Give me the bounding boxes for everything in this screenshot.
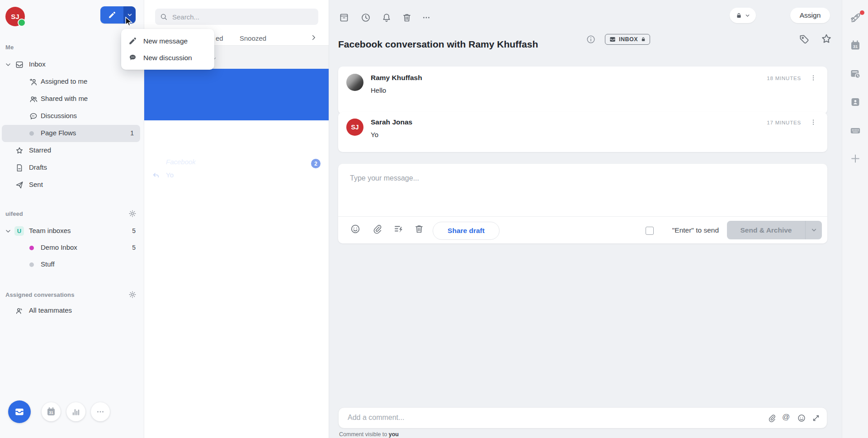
- discussion-bubble-icon: [29, 112, 38, 121]
- tab-snoozed[interactable]: Snoozed: [240, 34, 266, 42]
- sidebar-item-shared-with-me[interactable]: Shared with me: [0, 90, 144, 108]
- attachment-icon[interactable]: [767, 414, 776, 423]
- emoji-icon[interactable]: [797, 414, 806, 423]
- gear-icon[interactable]: [128, 209, 137, 218]
- tag-icon[interactable]: [798, 33, 810, 45]
- notification-dot: [860, 10, 864, 15]
- keyboard-icon[interactable]: [849, 124, 861, 137]
- sidebar-item-label: Inbox: [29, 60, 46, 68]
- comment-bar[interactable]: @: [338, 407, 827, 428]
- menu-item-new-message[interactable]: New message: [121, 33, 214, 49]
- more-options-icon[interactable]: [421, 14, 432, 25]
- sidebar-item-page-flows[interactable]: Page Flows 1: [2, 125, 140, 142]
- inbox-tray-icon: [14, 406, 25, 418]
- send-archive-button[interactable]: Send & Archive: [727, 221, 822, 239]
- trash-icon[interactable]: [401, 12, 412, 23]
- assign-button-label: Assign: [800, 11, 821, 19]
- contacts-icon[interactable]: [849, 96, 861, 108]
- sidebar-section-me: Me: [5, 44, 14, 51]
- dock-calendar-button[interactable]: 31: [42, 402, 61, 421]
- canned-response-icon[interactable]: [393, 224, 404, 234]
- sidebar-item-sent[interactable]: Sent: [0, 176, 144, 194]
- conversation-title: Facebook conversation with Ramy Khuffash: [338, 39, 538, 50]
- sidebar-item-starred[interactable]: Starred: [0, 142, 144, 159]
- compose-dropdown-button[interactable]: [123, 6, 136, 24]
- enter-to-send-label: "Enter" to send: [672, 226, 719, 234]
- plus-icon[interactable]: [849, 152, 861, 165]
- comment-input[interactable]: [347, 413, 620, 422]
- inbox-color-dot: [29, 246, 34, 250]
- assign-button[interactable]: Assign: [790, 8, 830, 23]
- message-card: SJ Sarah Jonas Yo 17 MINUTES: [338, 112, 827, 152]
- menu-item-label: New discussion: [143, 54, 192, 62]
- chevron-right-icon[interactable]: [310, 33, 318, 42]
- bell-icon[interactable]: [381, 12, 392, 23]
- message-menu-icon[interactable]: [809, 118, 817, 126]
- sidebar-item-label: Stuff: [41, 260, 55, 268]
- presence-dot: [18, 19, 26, 27]
- message-time: 17 MINUTES: [767, 120, 801, 125]
- unread-count: 1: [130, 129, 134, 137]
- snooze-clock-icon[interactable]: [360, 12, 371, 23]
- inbox-color-dot: [29, 131, 34, 136]
- tab-archived-partial[interactable]: ed: [216, 34, 223, 42]
- inbox-icon: [15, 60, 24, 69]
- info-icon[interactable]: [586, 34, 596, 44]
- archive-icon[interactable]: [339, 12, 349, 23]
- sidebar-item-assigned-to-me[interactable]: Assigned to me: [0, 73, 144, 90]
- compose-button[interactable]: [100, 6, 123, 24]
- sidebar-item-demo-inbox[interactable]: Demo Inbox 5: [0, 239, 144, 257]
- search-bar[interactable]: [155, 9, 318, 25]
- attachment-icon[interactable]: [372, 224, 382, 234]
- search-input[interactable]: [171, 13, 314, 21]
- inbox-tag-badge[interactable]: INBOX: [605, 34, 650, 45]
- star-icon[interactable]: [820, 33, 833, 45]
- document-icon: [15, 163, 24, 172]
- inbox-tray-icon: [609, 36, 616, 43]
- avatar-initials: SJ: [11, 13, 19, 20]
- right-app-rail: 31: [842, 0, 868, 438]
- chat-bubble-icon: [128, 53, 137, 62]
- message-time: 18 MINUTES: [767, 76, 801, 81]
- chevron-down-icon[interactable]: [5, 61, 12, 68]
- rocket-icon[interactable]: [849, 11, 861, 24]
- sidebar-item-drafts[interactable]: Drafts: [0, 159, 144, 176]
- conversation-privacy-button[interactable]: [730, 8, 756, 23]
- message-menu-icon[interactable]: [809, 74, 817, 82]
- sidebar-item-label: All teammates: [29, 306, 72, 314]
- emoji-icon[interactable]: [350, 224, 361, 234]
- sidebar-item-label: Drafts: [29, 163, 47, 171]
- chevron-down-icon[interactable]: [805, 221, 822, 239]
- snoozed-box-icon[interactable]: [849, 68, 861, 80]
- gear-icon[interactable]: [128, 290, 137, 299]
- sidebar-item-team-inboxes[interactable]: U Team inboxes 5: [0, 223, 144, 240]
- calendar-icon[interactable]: 31: [849, 39, 861, 52]
- sidebar-item-label: Assigned to me: [41, 77, 87, 85]
- conversation-list-item[interactable]: Ramy Khuffash 18M Facebook 2 Yo: [144, 69, 329, 120]
- comment-visibility-target: you: [389, 431, 399, 438]
- avatar[interactable]: SJ: [5, 7, 25, 26]
- share-draft-button[interactable]: Share draft: [433, 222, 500, 240]
- dock-inbox-button[interactable]: [8, 400, 31, 423]
- dock-more-button[interactable]: [91, 402, 110, 421]
- compose-dropdown-menu: New message New discussion: [121, 29, 214, 70]
- menu-item-new-discussion[interactable]: New discussion: [121, 49, 214, 66]
- paper-plane-icon: [15, 181, 24, 190]
- sidebar-item-discussions[interactable]: Discussions: [0, 108, 144, 125]
- expand-icon[interactable]: [811, 414, 821, 423]
- svg-text:31: 31: [853, 44, 858, 49]
- compose-button-group: [100, 6, 136, 24]
- sidebar-item-stuff[interactable]: Stuff: [0, 256, 144, 273]
- trash-icon[interactable]: [414, 224, 425, 234]
- conversation-name: Ramy Khuffash: [166, 145, 217, 153]
- mention-icon[interactable]: @: [782, 413, 791, 422]
- message-body: Hello: [371, 86, 386, 94]
- calendar-icon: 31: [46, 406, 57, 417]
- unread-count: 5: [132, 244, 136, 251]
- enter-to-send-checkbox[interactable]: [646, 227, 654, 235]
- comment-visibility-note: Comment visible to you: [339, 431, 399, 438]
- dock-analytics-button[interactable]: [66, 402, 85, 421]
- message-input[interactable]: [349, 174, 667, 183]
- chevron-down-icon[interactable]: [5, 228, 12, 235]
- sidebar-item-all-teammates[interactable]: All teammates: [0, 302, 144, 319]
